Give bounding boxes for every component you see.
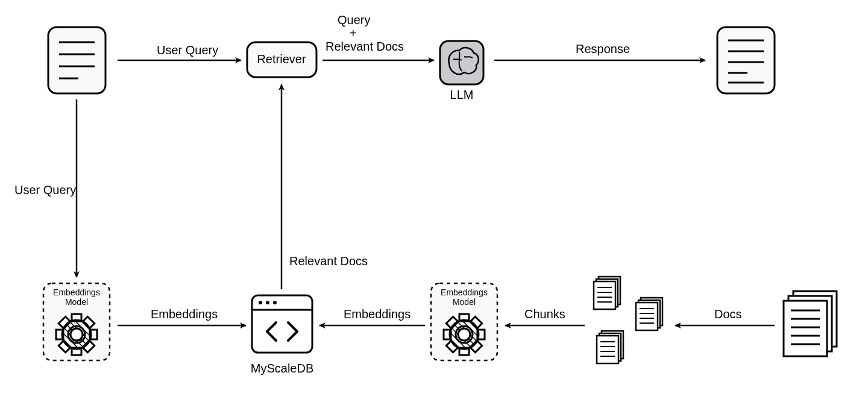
response-document-icon	[717, 27, 775, 93]
retriever-node: Retriever	[247, 42, 316, 77]
user-query-document-icon	[48, 27, 105, 93]
svg-rect-55	[597, 336, 618, 363]
label-query-plus-docs-2: +	[350, 27, 357, 40]
svg-point-26	[259, 301, 262, 304]
svg-rect-48	[636, 303, 658, 330]
svg-rect-41	[594, 281, 615, 309]
myscaledb-node: MyScaleDB	[251, 295, 313, 375]
label-docs: Docs	[714, 307, 742, 321]
label-user-query-right: User Query	[157, 43, 218, 57]
svg-rect-62	[784, 301, 827, 356]
embeddings-model-right-node: Embeddings Model	[431, 283, 497, 360]
label-user-query-down: User Query	[14, 183, 76, 196]
retriever-node-label: Retriever	[257, 52, 306, 66]
label-relevant-docs-up: Relevant Docs	[289, 254, 368, 268]
embeddings-model-left-label-1: Embeddings	[53, 288, 100, 297]
svg-point-27	[266, 301, 269, 304]
chunks-docs-icon	[594, 277, 662, 363]
myscaledb-node-label: MyScaleDB	[251, 362, 313, 375]
label-query-plus-docs-3: Relevant Docs	[326, 40, 404, 53]
embeddings-model-left-label-2: Model	[65, 297, 88, 307]
label-embeddings-left: Embeddings	[151, 307, 218, 321]
label-chunks: Chunks	[524, 307, 565, 321]
svg-point-38	[458, 329, 470, 341]
llm-node: LLM	[440, 41, 483, 101]
label-query-plus-docs-1: Query	[338, 13, 370, 27]
label-response: Response	[576, 42, 630, 55]
embeddings-model-left-node: Embeddings Model	[43, 283, 110, 360]
embeddings-model-right-label-1: Embeddings	[441, 288, 488, 297]
embeddings-model-right-label-2: Model	[453, 297, 476, 307]
label-embeddings-right: Embeddings	[344, 307, 410, 321]
svg-point-28	[273, 301, 277, 304]
docs-stack-icon	[784, 291, 837, 356]
svg-rect-6	[440, 41, 483, 84]
rag-architecture-diagram: User Query Retriever Query + Relevant Do…	[0, 0, 868, 393]
llm-node-label: LLM	[450, 88, 474, 101]
svg-point-23	[71, 329, 83, 341]
svg-rect-0	[48, 27, 105, 93]
